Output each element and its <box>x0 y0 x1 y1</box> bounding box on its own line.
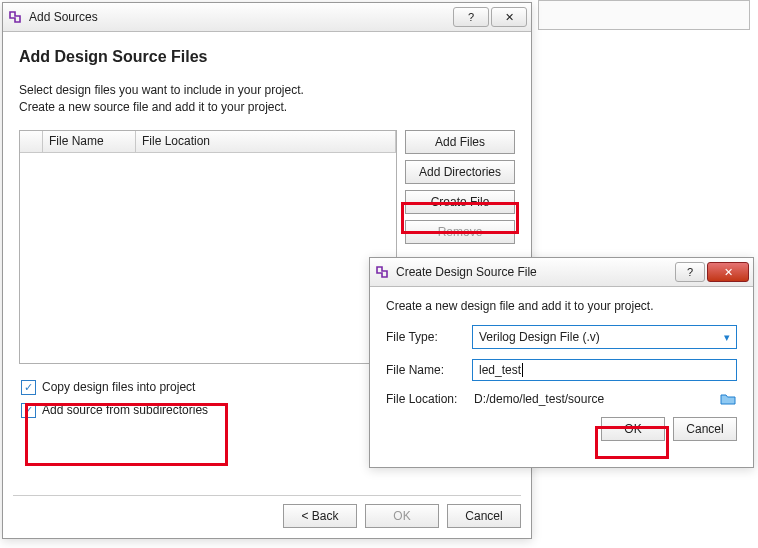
file-location-value: D:/demo/led_test/source <box>472 392 713 406</box>
browse-folder-icon[interactable] <box>719 391 737 407</box>
checkbox-label: Copy design files into project <box>42 380 195 394</box>
remove-button: Remove <box>405 220 515 244</box>
grid-header-file-name[interactable]: File Name <box>43 131 136 152</box>
cancel-button[interactable]: Cancel <box>447 504 521 528</box>
files-grid[interactable]: File Name File Location <box>19 130 397 364</box>
help-button[interactable]: ? <box>675 262 705 282</box>
create-design-source-dialog: Create Design Source File ? ✕ Create a n… <box>369 257 754 468</box>
add-files-button[interactable]: Add Files <box>405 130 515 154</box>
back-button[interactable]: < Back <box>283 504 357 528</box>
dialog-footer: OK Cancel <box>386 417 737 441</box>
ok-button[interactable]: OK <box>601 417 665 441</box>
page-heading: Add Design Source Files <box>19 48 515 66</box>
file-type-row: File Type: Verilog Design File (.v) ▾ <box>386 325 737 349</box>
grid-body-empty <box>20 153 396 363</box>
file-name-value: led_test <box>479 363 521 377</box>
file-type-combo[interactable]: Verilog Design File (.v) ▾ <box>472 325 737 349</box>
instructions: Select design files you want to include … <box>19 82 515 116</box>
add-directories-button[interactable]: Add Directories <box>405 160 515 184</box>
bg-fragment <box>538 0 750 30</box>
checkbox-checked-icon[interactable]: ✓ <box>21 403 36 418</box>
checkbox-label: Add source from subdirectories <box>42 403 208 417</box>
titlebar: Add Sources ? ✕ <box>3 3 531 32</box>
window-title: Create Design Source File <box>396 265 537 279</box>
chevron-down-icon: ▾ <box>724 331 730 344</box>
app-icon <box>374 264 390 280</box>
close-button[interactable]: ✕ <box>491 7 527 27</box>
file-name-label: File Name: <box>386 363 472 377</box>
file-name-input[interactable]: led_test <box>472 359 737 381</box>
grid-header-spacer <box>20 131 43 152</box>
dialog-footer: < Back OK Cancel <box>13 495 521 528</box>
window-title: Add Sources <box>29 10 98 24</box>
grid-header-row: File Name File Location <box>20 131 396 153</box>
text-caret <box>522 363 523 377</box>
ok-button: OK <box>365 504 439 528</box>
file-location-row: File Location: D:/demo/led_test/source <box>386 391 737 407</box>
instruction-line: Select design files you want to include … <box>19 82 515 99</box>
file-type-label: File Type: <box>386 330 472 344</box>
file-type-value: Verilog Design File (.v) <box>479 330 600 344</box>
close-button[interactable]: ✕ <box>707 262 749 282</box>
checkbox-checked-icon[interactable]: ✓ <box>21 380 36 395</box>
file-location-label: File Location: <box>386 392 472 406</box>
file-name-row: File Name: led_test <box>386 359 737 381</box>
instruction-line: Create a new source file and add it to y… <box>19 99 515 116</box>
titlebar: Create Design Source File ? ✕ <box>370 258 753 287</box>
grid-header-file-location[interactable]: File Location <box>136 131 396 152</box>
instructions: Create a new design file and add it to y… <box>386 299 737 313</box>
create-file-button[interactable]: Create File <box>405 190 515 214</box>
app-icon <box>7 9 23 25</box>
cancel-button[interactable]: Cancel <box>673 417 737 441</box>
help-button[interactable]: ? <box>453 7 489 27</box>
